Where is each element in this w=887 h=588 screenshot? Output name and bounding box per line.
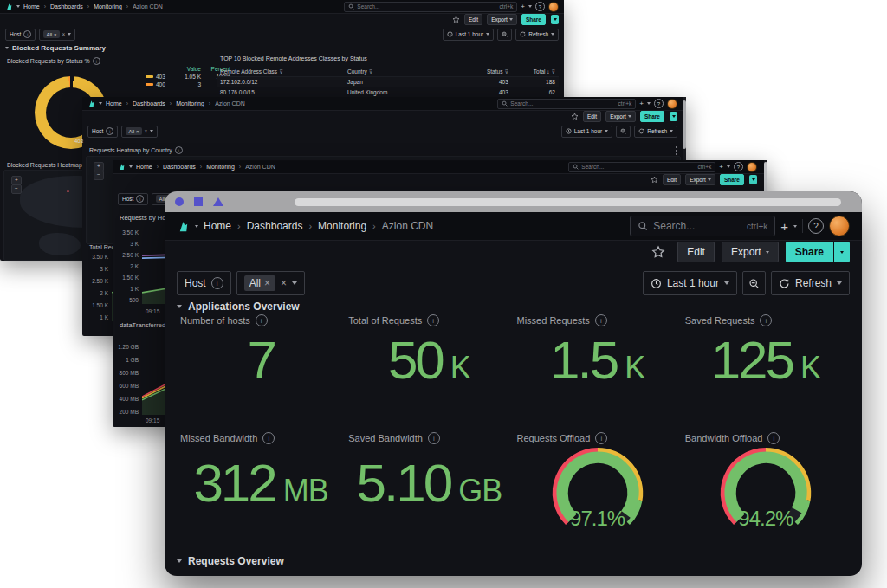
section-requests-overview[interactable]: Requests Overview: [177, 555, 284, 567]
window-control-circle-icon[interactable]: [175, 197, 184, 206]
refresh-button[interactable]: Refresh: [634, 126, 677, 138]
legend-label[interactable]: 403: [156, 74, 172, 80]
grafana-logo-icon[interactable]: [177, 220, 190, 233]
zoom-out-button[interactable]: [616, 126, 631, 138]
clear-icon[interactable]: ×: [281, 277, 287, 289]
avatar[interactable]: [829, 216, 850, 236]
gauge-requests-offload[interactable]: Requests Offloadi 97.1%: [514, 430, 682, 548]
section-applications-overview[interactable]: Applications Overview: [177, 300, 300, 313]
share-menu-button[interactable]: [670, 112, 677, 121]
breadcrumb-dashboards[interactable]: Dashboards: [50, 3, 83, 10]
map-zoom-out-button[interactable]: −: [94, 171, 104, 180]
breadcrumb-home[interactable]: Home: [106, 100, 122, 107]
chevron-down-icon[interactable]: [150, 130, 153, 132]
section-blocked-requests-summary[interactable]: Blocked Requests Summary: [5, 44, 106, 52]
breadcrumb-home[interactable]: Home: [23, 3, 40, 10]
chevron-down-icon[interactable]: [727, 165, 730, 168]
share-button[interactable]: Share: [521, 14, 546, 25]
share-menu-button[interactable]: [834, 242, 850, 262]
stat-number-of-hosts[interactable]: Number of hostsi 7: [177, 313, 345, 423]
time-range-picker[interactable]: Last 1 hour: [443, 29, 495, 41]
chevron-down-icon[interactable]: [647, 102, 651, 105]
legend-label[interactable]: 400: [156, 81, 172, 87]
host-filter-label[interactable]: Hosti: [5, 29, 36, 41]
export-button[interactable]: Export: [487, 14, 517, 25]
search-input[interactable]: Search... ctrl+k: [497, 99, 636, 109]
panel-title-data-transferred[interactable]: dataTransferred b: [120, 321, 171, 329]
breadcrumb-dashboards[interactable]: Dashboards: [133, 100, 165, 107]
share-button[interactable]: Share: [640, 111, 664, 122]
host-filter-label[interactable]: Hosti: [118, 193, 148, 205]
zoom-out-button[interactable]: [497, 29, 512, 41]
clear-icon[interactable]: ×: [62, 31, 66, 37]
chevron-down-icon[interactable]: [68, 33, 71, 36]
help-icon[interactable]: ?: [654, 99, 664, 108]
stat-saved-requests[interactable]: Saved Requestsi 125K: [682, 313, 850, 423]
time-range-picker[interactable]: Last 1 hour: [561, 126, 613, 138]
table-row[interactable]: 80.176.0.0/15United Kingdom 40362: [217, 87, 559, 97]
help-icon[interactable]: ?: [535, 2, 545, 11]
breadcrumb-monitoring[interactable]: Monitoring: [94, 3, 122, 10]
col-country[interactable]: Country⊽: [347, 68, 448, 74]
panel-title-requests-by-host[interactable]: Requests by Host: [120, 214, 171, 222]
chevron-down-icon[interactable]: [16, 5, 20, 8]
host-filter-value[interactable]: All× ×: [121, 126, 158, 138]
star-icon[interactable]: [651, 245, 665, 259]
edit-button[interactable]: Edit: [663, 174, 681, 185]
table-row[interactable]: 172.102.0.0/12Japan 403188: [217, 76, 559, 87]
panel-title-requests-heatmap[interactable]: Requests Heatmap by Countryi: [89, 146, 183, 154]
remove-chip-icon[interactable]: ×: [264, 277, 270, 289]
remove-chip-icon[interactable]: ×: [54, 32, 57, 37]
breadcrumb-home[interactable]: Home: [136, 164, 152, 170]
address-bar[interactable]: [295, 198, 841, 206]
new-menu-button[interactable]: +: [521, 3, 525, 10]
time-range-picker[interactable]: Last 1 hour: [643, 271, 737, 295]
star-icon[interactable]: [651, 176, 658, 184]
window-control-triangle-icon[interactable]: [213, 197, 223, 206]
help-icon[interactable]: ?: [808, 218, 824, 234]
panel-title-top10-blocked[interactable]: TOP 10 Blocked Remote Addresses Classes …: [220, 55, 559, 61]
refresh-button[interactable]: Refresh: [771, 271, 850, 295]
share-button[interactable]: Share: [786, 242, 833, 262]
filter-icon[interactable]: ⊽: [279, 69, 282, 74]
new-menu-button[interactable]: +: [639, 100, 644, 107]
host-filter-label[interactable]: Hosti: [87, 126, 118, 138]
help-icon[interactable]: ?: [734, 162, 743, 171]
chevron-down-icon[interactable]: [195, 225, 198, 228]
remove-chip-icon[interactable]: ×: [136, 129, 139, 134]
map-zoom-out-button[interactable]: −: [11, 184, 22, 194]
breadcrumb-dashboards[interactable]: Dashboards: [247, 220, 303, 232]
search-input[interactable]: Search... ctrl+k: [630, 216, 775, 236]
export-button[interactable]: Export: [605, 111, 636, 122]
col-total[interactable]: Total ↓⊽: [508, 68, 555, 74]
breadcrumb-monitoring[interactable]: Monitoring: [318, 220, 366, 232]
chevron-down-icon[interactable]: [99, 102, 102, 105]
panel-menu-icon[interactable]: [676, 146, 677, 155]
chevron-down-icon[interactable]: [528, 5, 532, 8]
breadcrumb-monitoring[interactable]: Monitoring: [176, 100, 204, 107]
host-filter-value[interactable]: All× ×: [39, 29, 75, 41]
panel-title-blocked-by-status[interactable]: Blocked Requests by Status %i: [7, 57, 100, 65]
search-input[interactable]: Search... ctrl+k: [344, 2, 517, 12]
breadcrumb-home[interactable]: Home: [204, 220, 231, 232]
filter-icon[interactable]: ⊽: [369, 69, 372, 74]
gauge-bandwidth-offload[interactable]: Bandwidth Offloadi 94.2%: [682, 430, 850, 548]
stat-missed-requests[interactable]: Missed Requestsi 1.5K: [514, 313, 682, 423]
edit-button[interactable]: Edit: [464, 14, 482, 25]
avatar[interactable]: [548, 2, 559, 12]
host-filter-label[interactable]: Hosti: [177, 271, 231, 295]
sort-desc-icon[interactable]: ↓: [547, 68, 549, 74]
share-menu-button[interactable]: [551, 15, 559, 24]
zoom-out-button[interactable]: [742, 271, 766, 295]
edit-button[interactable]: Edit: [677, 242, 715, 262]
edit-button[interactable]: Edit: [583, 111, 601, 122]
avatar[interactable]: [747, 162, 757, 172]
col-remote-address[interactable]: Remote Address Class⊽: [220, 68, 347, 74]
chevron-down-icon[interactable]: [292, 281, 297, 285]
host-filter-value[interactable]: All× ×: [236, 271, 305, 295]
export-button[interactable]: Export: [722, 242, 779, 262]
stat-missed-bandwidth[interactable]: Missed Bandwidthi 312MB: [177, 430, 345, 548]
chevron-down-icon[interactable]: [793, 225, 797, 228]
star-icon[interactable]: [452, 16, 460, 23]
browser-title-bar[interactable]: [165, 191, 862, 212]
